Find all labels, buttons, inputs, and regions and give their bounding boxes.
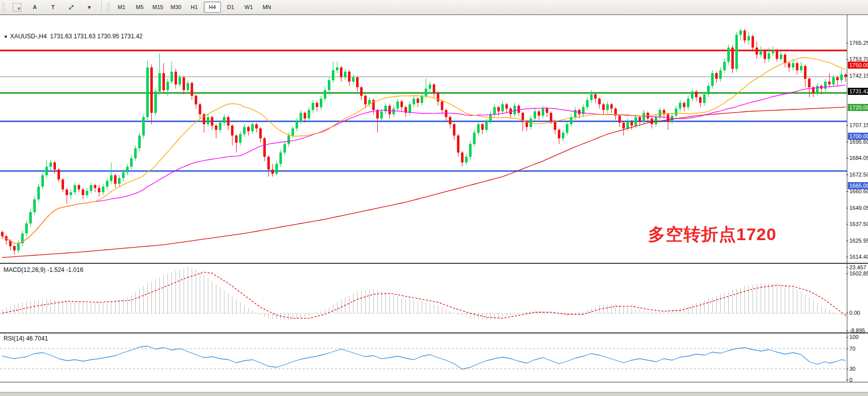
- symbol-label: XAUUSD-,H4: [10, 33, 47, 40]
- panel-separator-macd[interactable]: [0, 263, 868, 264]
- timeframe-button-m1[interactable]: M1: [113, 2, 130, 13]
- toolbar-separator: [101, 2, 102, 13]
- price-badge-1720.00: 1720.00: [848, 104, 868, 111]
- price-tick-1695.60: 1695.60: [849, 139, 868, 145]
- price-badge-1750.00: 1750.00: [848, 62, 868, 69]
- rsi-label: RSI(14) 46.7041: [4, 335, 48, 342]
- symbol-dropdown-caret-icon[interactable]: ▼: [4, 34, 8, 39]
- rsi-line: [3, 346, 846, 369]
- price-tick-1707.15: 1707.15: [849, 122, 868, 128]
- macd-histogram: [3, 266, 846, 320]
- timeframe-button-m30[interactable]: M30: [167, 2, 185, 13]
- price-tick-1637.50: 1637.50: [849, 221, 868, 227]
- timeframe-button-d1[interactable]: D1: [222, 2, 239, 13]
- rsi-scale-70: 70: [849, 346, 855, 352]
- price-axis-border: [847, 15, 847, 381]
- timeframe-buttons: M1M5M15M30H1H4D1W1MN: [112, 2, 276, 13]
- chart-annotation-text[interactable]: 多空转折点1720: [648, 223, 777, 246]
- rsi-scale-30: 30: [849, 366, 855, 372]
- price-tick-1614.40: 1614.40: [849, 254, 868, 260]
- macd-signal-line: [3, 272, 846, 318]
- timeframe-button-m5[interactable]: M5: [131, 2, 148, 13]
- mt4-window: { "toolbar": { "icons": [ {"name":"chart…: [0, 0, 868, 396]
- price-tick-1765.25: 1765.25: [849, 40, 868, 46]
- candles: [1, 29, 847, 255]
- price-tick-1602.85: 1602.85: [849, 270, 868, 276]
- timeframe-button-m15[interactable]: M15: [149, 2, 166, 13]
- toolbar-gripper[interactable]: [2, 2, 6, 12]
- price-badge-1700.00: 1700.00: [848, 133, 868, 140]
- text-t-icon[interactable]: T: [44, 2, 62, 13]
- chart-canvas[interactable]: [0, 15, 868, 392]
- window-bottom-strip: [0, 392, 868, 396]
- price-tick-1649.05: 1649.05: [849, 205, 868, 211]
- dropdown-caret-icon[interactable]: ▾: [81, 2, 98, 13]
- chart-f-icon[interactable]: F: [8, 2, 25, 13]
- timeframe-button-h4[interactable]: H4: [204, 2, 221, 13]
- timeframe-button-h1[interactable]: H1: [186, 2, 203, 13]
- price-badge-1665.00: 1665.00: [848, 182, 868, 189]
- price-tick-1742.15: 1742.15: [849, 73, 868, 79]
- font-a-icon[interactable]: A: [26, 2, 43, 13]
- macd-label: MACD(12,26,9) -1.524 -1.016: [4, 266, 83, 273]
- cursor-arrows-icon[interactable]: ⤢: [63, 2, 80, 13]
- timeframe-button-mn[interactable]: MN: [258, 2, 275, 13]
- time-axis-separator: [0, 382, 868, 382]
- timeframe-button-w1[interactable]: W1: [240, 2, 257, 13]
- macd-scale-0.00: 0.00: [849, 310, 860, 316]
- toolbar: FAT⤢▾ M1M5M15M30H1H4D1W1MN: [0, 0, 868, 15]
- rsi-scale-100: 100: [849, 334, 858, 340]
- price-tick-1625.95: 1625.95: [849, 238, 868, 244]
- chart-window: ▼XAUUSD-,H4 1731.63 1731.63 1730.95 1731…: [0, 15, 868, 392]
- ma-mid-magenta: [3, 85, 846, 243]
- price-badge-1731.42: 1731.42: [848, 88, 868, 95]
- price-tick-1684.05: 1684.05: [849, 155, 868, 161]
- price-tick-1660.60: 1660.60: [849, 188, 868, 194]
- toolbar-icon-buttons: FAT⤢▾: [8, 2, 98, 13]
- chart-f-icon: F: [13, 3, 21, 12]
- toolbar-gripper-2[interactable]: [107, 2, 110, 12]
- macd-scale-23.457: 23.457: [849, 264, 866, 270]
- ma-fast-orange: [3, 58, 846, 243]
- ohlc-values: 1731.63 1731.63 1730.95 1731.42: [50, 33, 143, 40]
- symbol-ohlc-line: ▼XAUUSD-,H4 1731.63 1731.63 1730.95 1731…: [4, 33, 143, 40]
- panel-separator-rsi[interactable]: [0, 332, 868, 333]
- price-tick-1672.50: 1672.50: [849, 172, 868, 178]
